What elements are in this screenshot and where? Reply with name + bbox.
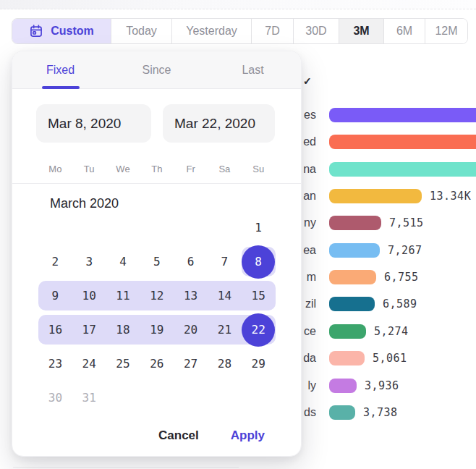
start-date-input[interactable]: Mar 8, 2020: [36, 104, 151, 143]
day-2[interactable]: 2: [38, 245, 72, 279]
day-24[interactable]: 24: [72, 347, 106, 381]
calendar-icon: [29, 24, 43, 38]
bar: [329, 379, 357, 393]
country-label-fragment: ed: [303, 135, 316, 149]
range-preset-3m[interactable]: 3M: [339, 19, 383, 43]
day-number: 7: [221, 255, 229, 269]
day-empty: [38, 211, 72, 245]
weekday-label: Mo: [38, 164, 72, 174]
bar: [329, 162, 476, 177]
day-number: 8: [255, 255, 262, 269]
day-20[interactable]: 20: [174, 313, 208, 347]
bar-value: 13.34K: [430, 190, 471, 203]
day-number: 20: [184, 323, 197, 337]
country-label-fragment: zil: [305, 297, 316, 311]
bar-value: 6,589: [383, 298, 417, 310]
day-number: 18: [116, 323, 129, 337]
bar: [329, 270, 376, 284]
apply-button[interactable]: Apply: [231, 428, 265, 443]
day-number: 28: [218, 357, 231, 371]
calendar-week-row: 3031: [38, 381, 276, 415]
tab-fixed[interactable]: Fixed: [12, 51, 109, 88]
check-icon: ✓: [303, 75, 312, 87]
bar: [329, 405, 355, 420]
country-label-fragment: na: [303, 162, 316, 177]
popup-actions: Cancel Apply: [158, 428, 265, 443]
bar-value: 5,274: [374, 326, 409, 338]
bar-value: 5,061: [373, 352, 407, 365]
range-preset-6m[interactable]: 6M: [383, 19, 425, 43]
day-number: 31: [82, 391, 96, 405]
day-21[interactable]: 21: [208, 313, 242, 347]
day-number: 5: [153, 255, 161, 269]
date-inputs: Mar 8, 2020 Mar 22, 2020: [36, 104, 275, 143]
country-label-fragment: ds: [304, 405, 316, 420]
day-number: 29: [252, 357, 265, 371]
day-28[interactable]: 28: [208, 347, 242, 381]
day-23[interactable]: 23: [38, 347, 72, 381]
range-preset-today[interactable]: Today: [111, 19, 171, 43]
day-27[interactable]: 27: [174, 347, 208, 381]
day-11[interactable]: 11: [106, 279, 140, 313]
day-7[interactable]: 7: [208, 245, 242, 279]
day-26[interactable]: 26: [140, 347, 174, 381]
range-preset-30d[interactable]: 30D: [293, 19, 339, 43]
day-8[interactable]: 8: [242, 245, 276, 279]
day-number: 26: [150, 357, 163, 371]
weekday-label: Su: [242, 164, 276, 174]
day-9[interactable]: 9: [38, 279, 72, 313]
day-1[interactable]: 1: [242, 211, 276, 245]
day-number: 15: [252, 289, 265, 303]
cancel-button[interactable]: Cancel: [158, 428, 199, 443]
day-31[interactable]: 31: [72, 381, 106, 415]
divider: [12, 183, 301, 184]
day-number: 25: [116, 357, 129, 371]
day-25[interactable]: 25: [106, 347, 140, 381]
page: esednaan13.34Kny7,515ea7,267m6,755zil6,5…: [0, 0, 476, 469]
day-4[interactable]: 4: [106, 245, 140, 279]
range-preset-yesterday[interactable]: Yesterday: [171, 19, 251, 43]
country-label-fragment: m: [307, 270, 316, 284]
day-14[interactable]: 14: [208, 279, 242, 313]
day-16[interactable]: 16: [38, 313, 72, 347]
end-date-input[interactable]: Mar 22, 2020: [163, 104, 275, 143]
day-22[interactable]: 22: [242, 313, 276, 347]
day-17[interactable]: 17: [72, 313, 106, 347]
country-label-fragment: an: [303, 189, 316, 203]
calendar-week-row: 2345678: [38, 245, 276, 279]
date-picker-popup: FixedSinceLast Mar 8, 2020 Mar 22, 2020 …: [12, 51, 302, 457]
calendar-week-row: 1: [38, 211, 276, 245]
day-18[interactable]: 18: [106, 313, 140, 347]
bar: [329, 189, 422, 203]
day-12[interactable]: 12: [140, 279, 174, 313]
bar: [329, 297, 375, 311]
day-number: 17: [82, 323, 96, 337]
day-empty: [242, 381, 276, 415]
custom-range-label: Custom: [51, 25, 94, 38]
tab-last[interactable]: Last: [205, 51, 301, 88]
day-15[interactable]: 15: [242, 279, 276, 313]
tab-since[interactable]: Since: [109, 51, 205, 88]
month-label: March 2020: [50, 196, 119, 211]
day-number: 23: [48, 357, 62, 371]
day-13[interactable]: 13: [174, 279, 208, 313]
calendar-grid: 1234567891011121314151617181920212223242…: [38, 211, 276, 415]
weekday-label: Sa: [208, 164, 242, 174]
country-label-fragment: es: [304, 108, 316, 122]
day-6[interactable]: 6: [174, 245, 208, 279]
range-preset-12m[interactable]: 12M: [425, 19, 467, 43]
day-5[interactable]: 5: [140, 245, 174, 279]
custom-range-button[interactable]: Custom: [12, 19, 111, 43]
weekday-header: MoTuWeThFrSaSu: [38, 164, 276, 174]
weekday-label: We: [106, 164, 140, 174]
day-19[interactable]: 19: [140, 313, 174, 347]
day-3[interactable]: 3: [72, 245, 106, 279]
calendar-week-row: 16171819202122: [38, 313, 276, 347]
day-number: 27: [184, 357, 197, 371]
day-30[interactable]: 30: [38, 381, 72, 415]
day-number: 16: [48, 323, 62, 337]
day-10[interactable]: 10: [72, 279, 106, 313]
range-preset-7d[interactable]: 7D: [251, 19, 293, 43]
day-29[interactable]: 29: [242, 347, 276, 381]
day-empty: [208, 211, 242, 245]
